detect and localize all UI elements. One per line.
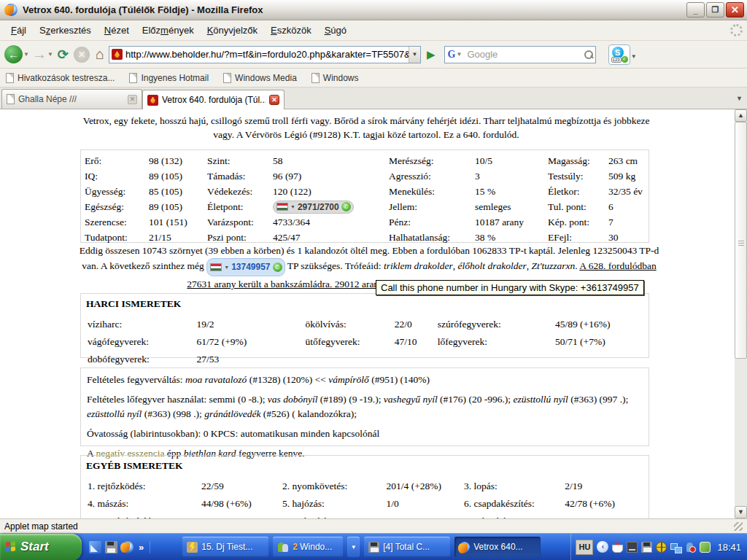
stats-table-box: Erő:98 (132)Szint:58Merészség:10/5Magass… bbox=[80, 149, 649, 243]
network-tray-icon[interactable] bbox=[670, 542, 681, 553]
url-dropdown-icon[interactable]: ▼ bbox=[409, 47, 420, 63]
start-button[interactable]: Start bbox=[0, 534, 82, 560]
hungary-flag-icon bbox=[276, 203, 288, 211]
window-titlebar[interactable]: Vetrox 640. fordulója (Túlélők Földje) -… bbox=[0, 0, 747, 20]
skype-badge: 123 bbox=[611, 57, 622, 63]
call-icon[interactable]: ✆ bbox=[273, 262, 282, 272]
table-row: 7. csapdaészlelés:24/608. gyógyítás:76/2… bbox=[88, 513, 647, 518]
tab-bar: Ghalla Népe /// ✕ Vetrox 640. fordulója … bbox=[0, 88, 747, 109]
restore-button[interactable]: ❐ bbox=[706, 2, 724, 18]
firefox-icon bbox=[459, 542, 470, 553]
language-indicator[interactable]: HU bbox=[576, 540, 593, 555]
firefox-launcher-icon[interactable] bbox=[121, 541, 133, 553]
resize-grip[interactable] bbox=[734, 522, 743, 531]
status-text: Applet map started bbox=[4, 521, 78, 532]
tab-close-icon[interactable]: ✕ bbox=[269, 95, 279, 105]
page-content: Vetrox, egy fekete, hosszú hajú, csillog… bbox=[0, 109, 747, 518]
section-title: HARCI ISMERETEK bbox=[86, 298, 649, 310]
home-button[interactable]: ⌂ bbox=[96, 46, 104, 63]
console-tray-icon[interactable] bbox=[627, 542, 638, 553]
forward-button[interactable]: →▼ bbox=[32, 46, 54, 63]
menu-szerkeszt-s[interactable]: Szerkesztés bbox=[33, 22, 98, 39]
menu-n-zet[interactable]: Nézet bbox=[98, 22, 136, 39]
taskbar-button-firefox[interactable]: Vetrox 640... bbox=[454, 537, 541, 557]
close-button[interactable]: ✕ bbox=[726, 2, 744, 18]
menu-eszk-z-k[interactable]: Eszközök bbox=[264, 22, 318, 39]
total-commander-icon bbox=[368, 542, 379, 553]
bookmark-item[interactable]: Windows Media bbox=[223, 73, 297, 83]
taskbar-button-winamp[interactable]: 15. Dj Tiest... bbox=[182, 537, 268, 557]
updates-tray-icon[interactable] bbox=[700, 542, 711, 553]
tab-list-dropdown-icon[interactable]: ▼ bbox=[736, 95, 743, 102]
flag-dropdown-icon[interactable]: ▼ bbox=[290, 204, 295, 209]
scrollbar-track[interactable] bbox=[735, 359, 747, 506]
search-input[interactable]: Google bbox=[467, 49, 583, 60]
table-row: IQ:89 (105)Támadás:96 (97)Agresszió:3Tes… bbox=[85, 168, 646, 184]
messenger-status-icon[interactable] bbox=[685, 542, 696, 553]
taskbar-button-total-commander[interactable]: [4] Total C... bbox=[364, 537, 450, 557]
tab-favicon bbox=[147, 95, 158, 106]
show-desktop-icon[interactable] bbox=[89, 541, 101, 553]
weapon-switch-line: Feltételes fegyverváltás: moa ravatalozó… bbox=[87, 373, 643, 387]
skype-number: 13749957 bbox=[231, 260, 270, 275]
tab-close-icon[interactable]: ✕ bbox=[128, 95, 137, 104]
taskbar: Start » 15. Dj Tiest... 2 Windo... ▼ [4]… bbox=[0, 533, 747, 560]
skype-number: 2971/2700 bbox=[298, 202, 339, 212]
skype-phone-icon: ✆ bbox=[622, 56, 628, 63]
back-button[interactable]: ←▼ bbox=[4, 45, 30, 63]
firefox-icon bbox=[5, 4, 18, 16]
call-icon[interactable]: ✆ bbox=[341, 202, 351, 211]
combat-skills-box: HARCI ISMERETEK víziharc:19/2ökölvívás:2… bbox=[80, 293, 649, 358]
menu-f-jl[interactable]: Fájl bbox=[4, 22, 33, 39]
minimize-button[interactable]: _ bbox=[686, 2, 705, 18]
google-icon[interactable]: G bbox=[448, 49, 456, 61]
scrollbar-thumb[interactable] bbox=[735, 122, 747, 359]
menu-s-g-[interactable]: Súgó bbox=[318, 22, 353, 39]
bookmark-icon bbox=[6, 73, 14, 83]
quick-launch-overflow-icon[interactable]: » bbox=[137, 542, 145, 553]
flag-dropdown-icon[interactable]: ▼ bbox=[224, 260, 229, 275]
bookmark-item[interactable]: Ingyenes Hotmail bbox=[129, 73, 209, 83]
java-icon[interactable] bbox=[612, 545, 623, 553]
table-row: dobófegyverek:27/53 bbox=[88, 351, 647, 368]
go-button[interactable]: ▶ bbox=[423, 48, 439, 61]
url-bar[interactable]: http://www.beholder.hu/?m=tf&in=fordulo2… bbox=[109, 46, 421, 63]
bookmark-item[interactable]: Windows bbox=[311, 73, 359, 83]
character-intro: Vetrox, egy fekete, hosszú hajú, csillog… bbox=[82, 114, 651, 141]
skype-dropdown-icon[interactable]: ▼ bbox=[631, 53, 637, 60]
skype-tooltip: Call this phone number in Hungary with S… bbox=[376, 280, 644, 295]
other-skills-box: EGYÉB ISMERETEK 1. rejtőzködés:22/592. n… bbox=[80, 455, 649, 518]
disk-tray-icon[interactable] bbox=[641, 542, 652, 553]
skype-number-widget[interactable]: ▼2971/2700✆ bbox=[273, 201, 354, 214]
search-icon[interactable] bbox=[584, 50, 594, 60]
tab-ghalla-nepe[interactable]: Ghalla Népe /// ✕ bbox=[1, 89, 142, 109]
status-bar: Applet map started bbox=[0, 518, 747, 533]
reload-button[interactable]: ⟳ bbox=[58, 47, 69, 63]
taskbar-button-messenger[interactable]: 2 Windo... bbox=[273, 537, 343, 557]
taskbar-clock: 18:41 bbox=[717, 542, 741, 553]
winamp-icon bbox=[187, 542, 198, 553]
search-box[interactable]: G ▼ Google bbox=[444, 46, 596, 63]
table-row: víziharc:19/2ökölvívás:22/0szúrófegyvere… bbox=[88, 316, 647, 332]
table-row: Egészség:89 (105)Életpont:▼2971/2700✆Jel… bbox=[85, 199, 646, 214]
menu-k-nyvjelz-k[interactable]: Könyvjelzők bbox=[201, 22, 264, 39]
scroll-down-icon[interactable]: ▼ bbox=[735, 506, 747, 518]
scroll-up-icon[interactable]: ▲ bbox=[735, 109, 747, 122]
skype-number-widget[interactable]: ▼13749957✆ bbox=[206, 258, 285, 276]
table-row: Erő:98 (132)Szint:58Merészség:10/5Magass… bbox=[85, 153, 646, 168]
bookmark-icon bbox=[223, 73, 231, 83]
caution-line: Óvatosság (labirintusokban): 0 KPCS: aut… bbox=[87, 427, 643, 441]
search-engine-dropdown-icon[interactable]: ▼ bbox=[456, 51, 462, 58]
vertical-scrollbar[interactable]: ▲ ▼ bbox=[735, 109, 747, 518]
globe-tray-icon[interactable] bbox=[656, 542, 667, 553]
bookmark-item[interactable]: Hivatkozások testresza... bbox=[6, 73, 115, 83]
url-text[interactable]: http://www.beholder.hu/?m=tf&in=fordulo2… bbox=[125, 49, 409, 60]
floppy-launcher-icon[interactable] bbox=[105, 541, 117, 553]
table-row: Ügyesség:85 (105)Védekezés:120 (122)Mene… bbox=[85, 184, 646, 199]
tab-vetrox-fordulo[interactable]: Vetrox 640. fordulója (Túl... ✕ bbox=[142, 90, 285, 109]
tray-collapse-icon[interactable]: ‹ bbox=[597, 541, 608, 553]
taskbar-group-dropdown-icon[interactable]: ▼ bbox=[347, 537, 360, 557]
stop-button[interactable]: ✕ bbox=[74, 47, 90, 63]
menu-el-zm-nyek[interactable]: Előzmények bbox=[136, 22, 201, 39]
skype-toolbar-button[interactable]: S 123 ✆ ▼ bbox=[608, 44, 630, 65]
